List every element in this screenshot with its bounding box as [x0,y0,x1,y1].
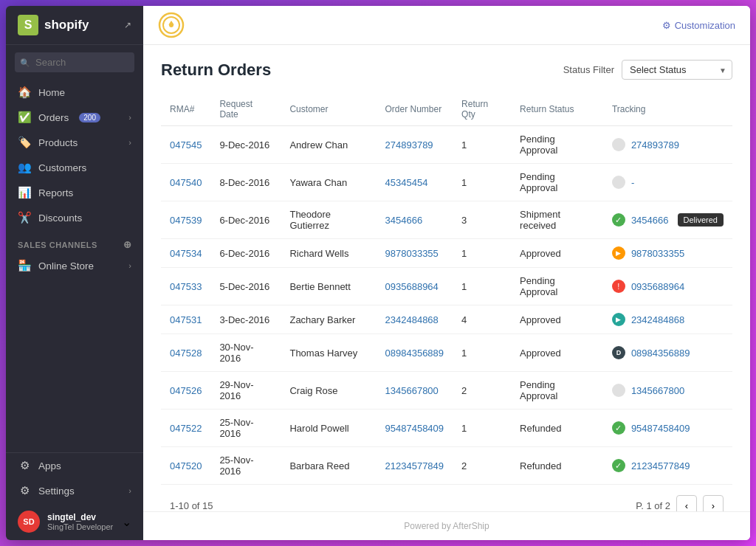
order-link[interactable]: 9878033355 [385,248,439,259]
tracking-cell: 2342484868 [612,313,724,326]
order-cell: 08984356889 [377,334,453,372]
order-link[interactable]: 0935688964 [385,281,439,292]
order-link[interactable]: 08984356889 [385,348,444,359]
sidebar-item-label: Reports [38,187,73,198]
store-icon: 🏪 [18,259,31,272]
sidebar-item-label: Settings [38,485,75,497]
tracking-link[interactable]: 08984356889 [631,348,690,359]
sidebar-item-settings[interactable]: ⚙ Settings › [6,478,143,503]
table-header: RMA# Request Date Customer Order Number … [161,93,732,126]
rma-link[interactable]: 047533 [170,281,202,292]
tracking-link[interactable]: - [631,177,634,188]
sidebar-item-orders[interactable]: ✅ Orders 200 › [6,105,143,130]
table-row: 047534 6-Dec-2016 Richard Wells 98780333… [161,239,732,268]
qty-cell: 1 [453,164,511,201]
tracking-link[interactable]: 0935688964 [631,281,684,292]
rma-link[interactable]: 047534 [170,248,202,259]
tracking-link[interactable]: 9878033355 [631,248,684,259]
rma-link[interactable]: 047520 [170,460,202,471]
search-input[interactable] [15,52,134,72]
col-status: Return Status [511,93,603,126]
col-tracking: Tracking [603,93,732,126]
rma-link[interactable]: 047522 [170,423,202,434]
rma-link[interactable]: 047526 [170,385,202,396]
customer-cell: Barbara Reed [281,447,376,485]
qty-cell: 2 [453,447,511,485]
order-cell: 9878033355 [377,239,453,268]
sidebar-item-products[interactable]: 🏷️ Products › [6,130,143,155]
sidebar-item-customers[interactable]: 👥 Customers [6,155,143,180]
order-link[interactable]: 95487458409 [385,423,444,434]
order-link[interactable]: 45345454 [385,177,428,188]
order-link[interactable]: 274893789 [385,139,433,151]
sidebar-item-online-store[interactable]: 🏪 Online Store › [6,253,143,278]
order-cell: 45345454 [377,164,453,201]
tracking-link[interactable]: 2342484868 [631,314,684,325]
tracking-cell: 0935688964 [612,280,724,293]
date-cell: 25-Nov-2016 [210,410,281,447]
tracking-link[interactable]: 1345667800 [631,385,684,396]
page-info: P. 1 of 2 [636,500,670,511]
qty-cell: 4 [453,305,511,334]
status-filter-label: Status Filter [563,64,614,75]
col-date: Request Date [210,93,281,126]
order-link[interactable]: 1345667800 [385,385,439,396]
date-cell: 6-Dec-2016 [210,239,281,268]
tracking-td: 3454666Delivered [603,201,732,239]
discounts-icon: ✂️ [18,211,31,224]
topbar: ⚙ Customization [143,6,750,45]
qty-cell: 2 [453,372,511,410]
order-cell: 3454666 [377,201,453,239]
tracking-link[interactable]: 3454666 [631,215,669,226]
status-select[interactable]: Select Status Pending Approval Approved … [622,60,732,80]
rma-cell: 047520 [161,447,210,485]
sidebar-item-reports[interactable]: 📊 Reports [6,180,143,205]
tracking-td: 9878033355 [603,239,732,268]
external-link-icon[interactable]: ↗ [124,20,131,30]
status-cell: Shipment received [511,201,603,239]
sidebar-bottom: ⚙ Apps ⚙ Settings › SD singtel_dev SingT… [6,452,143,540]
table-footer: 1-10 of 15 P. 1 of 2 ‹ › [161,485,732,511]
sidebar-item-apps[interactable]: ⚙ Apps [6,453,143,478]
tracking-link[interactable]: 21234577849 [631,460,690,471]
add-circle-icon[interactable]: ⊕ [123,239,132,250]
order-link[interactable]: 21234577849 [385,460,444,471]
rma-link[interactable]: 047545 [170,139,202,151]
tracking-cell: 274893789 [612,138,724,151]
order-cell: 21234577849 [377,447,453,485]
user-info[interactable]: SD singtel_dev SingTel Developer ⌄ [6,503,143,540]
tracking-cell: 95487458409 [612,421,724,435]
tracking-td: 95487458409 [603,410,732,447]
brand-label: shopify [44,18,89,32]
status-cell: Refunded [511,410,603,447]
rma-link[interactable]: 047531 [170,314,202,325]
chevron-right-icon: › [128,138,131,147]
rma-link[interactable]: 047528 [170,348,202,359]
table-row: 047520 25-Nov-2016 Barbara Reed 21234577… [161,447,732,485]
rma-link[interactable]: 047539 [170,215,202,226]
home-icon: 🏠 [18,86,31,99]
chevron-right-icon: › [128,113,131,122]
customization-button[interactable]: ⚙ Customization [662,20,735,31]
order-link[interactable]: 2342484868 [385,314,439,325]
customer-cell: Harold Powell [281,410,376,447]
col-rma: RMA# [161,93,210,126]
tracking-cell: 9878033355 [612,246,724,260]
tracking-td: 0935688964 [603,268,732,305]
rma-cell: 047531 [161,305,210,334]
prev-page-button[interactable]: ‹ [676,495,697,511]
order-link[interactable]: 3454666 [385,215,423,226]
sidebar-item-discounts[interactable]: ✂️ Discounts [6,205,143,230]
tracking-link[interactable]: 274893789 [631,139,679,151]
rma-link[interactable]: 047540 [170,177,202,188]
chevron-right-icon: › [128,486,131,495]
sidebar-item-home[interactable]: 🏠 Home [6,80,143,105]
next-page-button[interactable]: › [703,495,724,511]
status-cell: Pending Approval [511,126,603,164]
tracking-link[interactable]: 95487458409 [631,423,690,434]
orders-badge: 200 [79,113,100,122]
chevron-right-icon: › [128,261,131,270]
rma-cell: 047540 [161,164,210,201]
aftership-logo [158,12,185,38]
qty-cell: 1 [453,410,511,447]
